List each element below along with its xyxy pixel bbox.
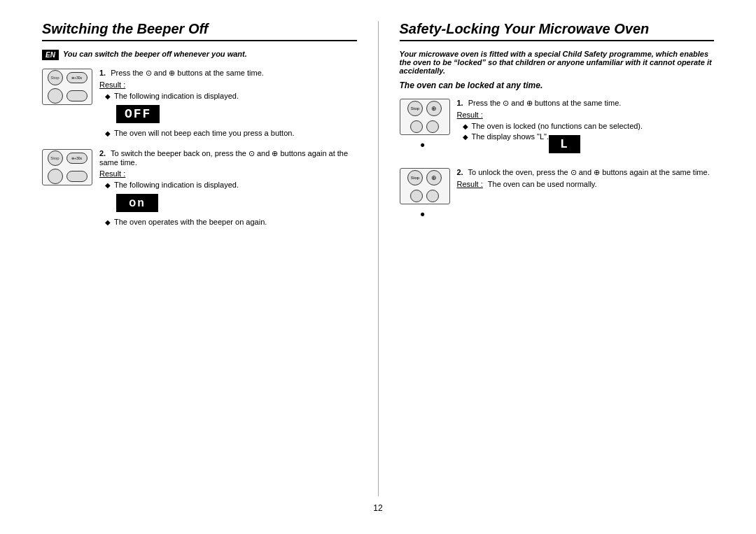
step-2-bullet-2: ◆ The oven operates with the beeper on a…	[105, 218, 357, 226]
step-1-result-text: The following indication is displayed.	[114, 92, 239, 100]
right-step-2-line: 2. To unlock the oven, press the ⊙ and ⊕…	[457, 168, 715, 177]
btn-right-2	[66, 171, 88, 182]
left-intro-text: You can switch the beeper off whenever y…	[63, 50, 247, 58]
right-step-1-result: Result :	[457, 111, 715, 119]
display-l: L	[549, 135, 580, 153]
step-1-bullet-text: The oven will not beep each time you pre…	[114, 129, 294, 137]
step-1-result-label: Result :	[99, 80, 357, 89]
step-1-text: Press the ⊙ and ⊕ buttons at the same ti…	[111, 69, 264, 77]
step-1-line: 1. Press the ⊙ and ⊕ buttons at the same…	[99, 69, 357, 78]
step-1-bullets: ◆ The following indication is displayed.…	[105, 92, 357, 137]
right-circ-3	[410, 190, 423, 202]
right-circ-2	[426, 120, 439, 133]
timer-btn: ⊕+30s	[66, 72, 88, 83]
right-step-2-result-text: The oven can be used normally.	[488, 180, 597, 188]
right-plus-btn: ⊕	[426, 101, 442, 116]
step-2-result-text: The following indication is displayed.	[114, 181, 239, 189]
right-step-1-content: 1. Press the ⊙ and ⊕ buttons at the same…	[457, 99, 715, 158]
right-bullet-2-text: The display shows "L".	[472, 132, 550, 141]
left-column: Switching the Beeper Off EN You can swit…	[42, 21, 379, 496]
oven-diagram-right-2: Stop ⊕	[400, 168, 450, 204]
right-subtitle: The oven can be locked at any time.	[400, 80, 715, 90]
display-on: ᴏn	[116, 194, 158, 212]
right-step-1-text: Press the ⊙ and ⊕ buttons at the same ti…	[468, 99, 622, 107]
right-step-2-result: Result : The oven can be used normally.	[457, 180, 715, 188]
right-step-1-line: 1. Press the ⊙ and ⊕ buttons at the same…	[457, 99, 715, 108]
left-step-2-content: 2. To switch the beeper back on, press t…	[99, 149, 357, 228]
step-2-result-label-line: Result :	[99, 169, 357, 178]
step-2-bullet-text: The oven operates with the beeper on aga…	[114, 218, 267, 226]
page: Switching the Beeper Off EN You can swit…	[0, 0, 756, 534]
right-result-label-1: Result :	[457, 111, 483, 119]
diamond-icon-4: ◆	[105, 218, 111, 226]
right-step-1-num: 1.	[457, 99, 463, 107]
step-2-text: To switch the beeper back on, press the …	[99, 149, 348, 167]
left-step-2: Stop ⊕+30s 2. To switch the beeper back …	[42, 149, 357, 228]
result-label-2: Result :	[99, 169, 125, 178]
right-stop-btn: Stop	[407, 101, 423, 116]
left-step-1: Stop ⊕+30s 1. Press the ⊙ and ⊕ buttons …	[42, 69, 357, 139]
left-section-title: Switching the Beeper Off	[42, 21, 357, 41]
timer-btn-2: ⊕+30s	[66, 153, 88, 164]
right-stop-btn-2: Stop	[407, 170, 423, 185]
oven-diagram-right-1: Stop ⊕	[400, 99, 450, 135]
right-bullet-1: ◆ The oven is locked (no functions can b…	[463, 122, 715, 130]
right-bullet-2: ◆ The display shows "L". L	[463, 132, 715, 156]
diamond-icon: ◆	[105, 92, 111, 100]
right-section-title: Safety-Locking Your Microwave Oven	[400, 21, 715, 41]
result-label-1: Result :	[99, 80, 125, 89]
step-2-bullet-1: ◆ The following indication is displayed.	[105, 181, 357, 189]
stop-btn-2: Stop	[48, 150, 63, 166]
diamond-icon-3: ◆	[105, 181, 111, 189]
right-step-1-bullets: ◆ The oven is locked (no functions can b…	[463, 122, 715, 156]
right-step-2: Stop ⊕ • 2. To unlock the oven, press th…	[400, 168, 715, 222]
right-intro: Your microwave oven is fitted with a spe…	[400, 50, 715, 75]
en-badge: EN	[42, 50, 59, 60]
btn-left-1	[48, 88, 63, 104]
btn-right-1	[66, 90, 88, 101]
stop-btn: Stop	[48, 70, 63, 85]
oven-diagram-2: Stop ⊕+30s	[42, 149, 92, 185]
left-intro: EN You can switch the beeper off wheneve…	[42, 50, 357, 60]
right-circ-1	[410, 120, 423, 133]
right-bullet-1-text: The oven is locked (no functions can be …	[472, 122, 643, 130]
display-off: OFF	[116, 105, 160, 123]
diamond-icon-2: ◆	[105, 129, 111, 137]
right-result-label-2: Result :	[457, 180, 483, 188]
right-plus-btn-2: ⊕	[426, 170, 442, 185]
right-step-1: Stop ⊕ • 1. Press the ⊙ and ⊕ buttons at…	[400, 99, 715, 158]
right-step-2-text: To unlock the oven, press the ⊙ and ⊕ bu…	[468, 168, 710, 176]
btn-left-2	[48, 169, 63, 184]
left-step-1-content: 1. Press the ⊙ and ⊕ buttons at the same…	[99, 69, 357, 139]
page-number: 12	[42, 503, 714, 513]
step-2-num: 2.	[99, 149, 106, 157]
oven-diagram-1: Stop ⊕+30s	[42, 69, 92, 105]
step-1-bullet-1: ◆ The following indication is displayed.	[105, 92, 357, 100]
right-step-2-num: 2.	[457, 168, 463, 176]
diamond-icon-5: ◆	[463, 122, 468, 130]
step-2-bullets: ◆ The following indication is displayed.…	[105, 181, 357, 226]
diamond-icon-6: ◆	[463, 133, 468, 141]
step-1-bullet-2: ◆ The oven will not beep each time you p…	[105, 129, 357, 137]
right-circ-4	[426, 190, 439, 202]
right-column: Safety-Locking Your Microwave Oven Your …	[379, 21, 715, 496]
step-1-num: 1.	[99, 69, 106, 77]
step-2-line: 2. To switch the beeper back on, press t…	[99, 149, 357, 167]
right-step-2-content: 2. To unlock the oven, press the ⊙ and ⊕…	[457, 168, 715, 191]
